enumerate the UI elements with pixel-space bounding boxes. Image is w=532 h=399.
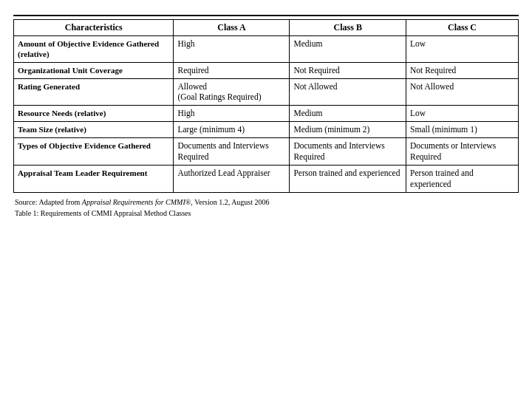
col-header-classC: Class C xyxy=(406,20,519,36)
col-header-characteristics: Characteristics xyxy=(14,20,174,36)
cell-classC: Small (minimum 1) xyxy=(406,122,519,138)
cell-classA: Documents and Interviews Required xyxy=(174,138,290,166)
page: Characteristics Class A Class B Class C … xyxy=(0,0,532,399)
cell-classA: High xyxy=(174,36,290,63)
cell-classB: Medium (minimum 2) xyxy=(290,122,406,138)
cell-characteristic: Team Size (relative) xyxy=(14,122,174,138)
cell-classB: Documents and Interviews Required xyxy=(290,138,406,166)
cell-characteristic: Appraisal Team Leader Requirement xyxy=(14,166,174,193)
table-row: Resource Needs (relative)HighMediumLow xyxy=(14,106,519,122)
source-text: Source: Adapted from Appraisal Requireme… xyxy=(13,197,519,219)
cell-classC: Documents or Interviews Required xyxy=(406,138,519,166)
cell-characteristic: Amount of Objective Evidence Gathered (r… xyxy=(14,36,174,63)
cell-classC: Low xyxy=(406,36,519,63)
cell-classA: Required xyxy=(174,62,290,78)
page-title xyxy=(13,7,519,15)
cell-classA: Allowed(Goal Ratings Required) xyxy=(174,78,290,106)
table-row: Types of Objective Evidence GatheredDocu… xyxy=(14,138,519,166)
table-row: Organizational Unit CoverageRequiredNot … xyxy=(14,62,519,78)
title-divider xyxy=(13,15,519,16)
cell-classC: Low xyxy=(406,106,519,122)
cell-characteristic: Types of Objective Evidence Gathered xyxy=(14,138,174,166)
cell-characteristic: Organizational Unit Coverage xyxy=(14,62,174,78)
table-row: Amount of Objective Evidence Gathered (r… xyxy=(14,36,519,63)
cell-classB: Not Allowed xyxy=(290,78,406,106)
cell-classB: Medium xyxy=(290,36,406,63)
source-line1: Source: Adapted from Appraisal Requireme… xyxy=(15,197,519,208)
cell-classA: Authorized Lead Appraiser xyxy=(174,166,290,193)
table-row: Team Size (relative)Large (minimum 4)Med… xyxy=(14,122,519,138)
cell-classC: Person trained and experienced xyxy=(406,166,519,193)
cell-characteristic: Resource Needs (relative) xyxy=(14,106,174,122)
cell-classB: Person trained and experienced xyxy=(290,166,406,193)
cell-characteristic: Rating Generated xyxy=(14,78,174,106)
appraisal-table: Characteristics Class A Class B Class C … xyxy=(13,19,519,193)
cell-classA: High xyxy=(174,106,290,122)
cell-classC: Not Allowed xyxy=(406,78,519,106)
col-header-classA: Class A xyxy=(174,20,290,36)
cell-classB: Not Required xyxy=(290,62,406,78)
table-row: Appraisal Team Leader RequirementAuthori… xyxy=(14,166,519,193)
col-header-classB: Class B xyxy=(290,20,406,36)
source-line2: Table 1: Requirements of CMMI Appraisal … xyxy=(15,208,519,219)
cell-classA: Large (minimum 4) xyxy=(174,122,290,138)
cell-classC: Not Required xyxy=(406,62,519,78)
cell-classB: Medium xyxy=(290,106,406,122)
table-row: Rating GeneratedAllowed(Goal Ratings Req… xyxy=(14,78,519,106)
